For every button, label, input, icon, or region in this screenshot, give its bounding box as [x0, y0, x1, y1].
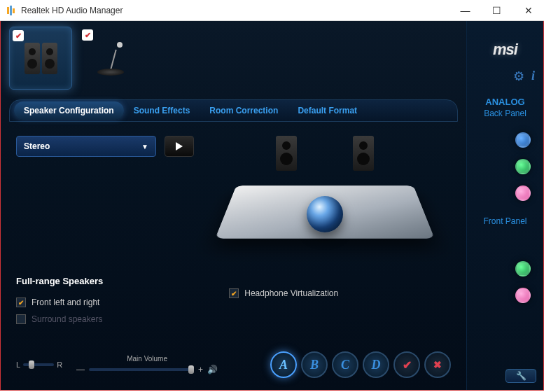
- tool-button[interactable]: 🔧: [505, 369, 536, 383]
- device-default-check-icon[interactable]: [82, 29, 93, 41]
- speaker-config-dropdown[interactable]: Stereo ▼: [16, 136, 156, 157]
- checkbox-surround-speakers: Surround speakers: [16, 314, 103, 324]
- svg-rect-1: [10, 6, 12, 15]
- chevron-down-icon: ▼: [141, 143, 148, 150]
- microphone-icon: [93, 41, 128, 76]
- balance-slider[interactable]: L R: [16, 360, 62, 369]
- main-volume-label: Main Volume: [127, 355, 167, 363]
- device-default-check-icon[interactable]: [13, 30, 24, 41]
- device-tab-speakers[interactable]: [9, 27, 72, 90]
- fullrange-title: Full-range Speakers: [16, 276, 103, 286]
- preset-d-button[interactable]: D: [363, 351, 389, 378]
- brand-logo: msi: [493, 41, 517, 59]
- tab-speaker-configuration[interactable]: Speaker Configuration: [14, 102, 124, 120]
- preset-b-button[interactable]: B: [301, 351, 328, 378]
- checkbox-icon: [229, 288, 239, 298]
- tab-room-correction[interactable]: Room Correction: [200, 102, 288, 120]
- back-panel-label: Back Panel: [484, 108, 526, 118]
- dropdown-value: Stereo: [24, 141, 50, 151]
- preset-a-button[interactable]: A: [270, 351, 297, 378]
- info-icon[interactable]: i: [531, 69, 535, 84]
- window-title: Realtek HD Audio Manager: [21, 6, 123, 15]
- tab-default-format[interactable]: Default Format: [288, 102, 367, 120]
- volume-plus-icon: +: [198, 365, 203, 374]
- listener-orb: [307, 196, 343, 232]
- jack-line-out[interactable]: [515, 159, 531, 174]
- tab-sound-effects[interactable]: Sound Effects: [124, 102, 200, 120]
- preset-c-button[interactable]: C: [332, 351, 358, 378]
- maximize-button[interactable]: ☐: [481, 0, 512, 21]
- nav-tabs: Speaker Configuration Sound Effects Room…: [9, 99, 458, 122]
- speaker-stage: [220, 122, 430, 262]
- svg-rect-0: [7, 7, 9, 14]
- reset-button[interactable]: [424, 351, 451, 378]
- front-panel-label: Front Panel: [483, 216, 526, 226]
- minimize-button[interactable]: —: [449, 0, 481, 21]
- jack-line-in[interactable]: [515, 132, 531, 148]
- jack-mic-in[interactable]: [515, 186, 531, 201]
- jack-front-mic[interactable]: [515, 288, 531, 303]
- analog-label: ANALOG: [485, 97, 524, 107]
- speakers-icon: [25, 43, 57, 74]
- side-panel: msi ⚙ i ANALOG Back Panel Front Panel 🔧: [466, 21, 543, 390]
- stage-speaker-left[interactable]: [276, 136, 297, 171]
- titlebar: Realtek HD Audio Manager — ☐ ✕: [0, 0, 544, 21]
- gear-icon[interactable]: ⚙: [513, 69, 524, 84]
- checkbox-front-left-right[interactable]: Front left and right: [16, 298, 103, 307]
- device-tab-microphone[interactable]: [79, 27, 142, 90]
- app-icon: [6, 5, 17, 16]
- jack-front-headphone[interactable]: [515, 261, 531, 276]
- play-test-button[interactable]: [165, 136, 194, 157]
- stage-speaker-right[interactable]: [353, 136, 374, 171]
- checkbox-icon: [16, 314, 26, 324]
- device-tabs: [9, 27, 458, 90]
- checkbox-headphone-virtualization[interactable]: Headphone Virtualization: [229, 288, 338, 298]
- main-volume-slider[interactable]: [89, 368, 194, 371]
- apply-button[interactable]: [393, 351, 420, 378]
- volume-min-icon: —: [76, 365, 85, 374]
- speaker-volume-icon[interactable]: 🔊: [207, 365, 218, 374]
- svg-rect-2: [13, 8, 15, 13]
- checkbox-icon: [16, 298, 26, 307]
- close-button[interactable]: ✕: [512, 0, 544, 21]
